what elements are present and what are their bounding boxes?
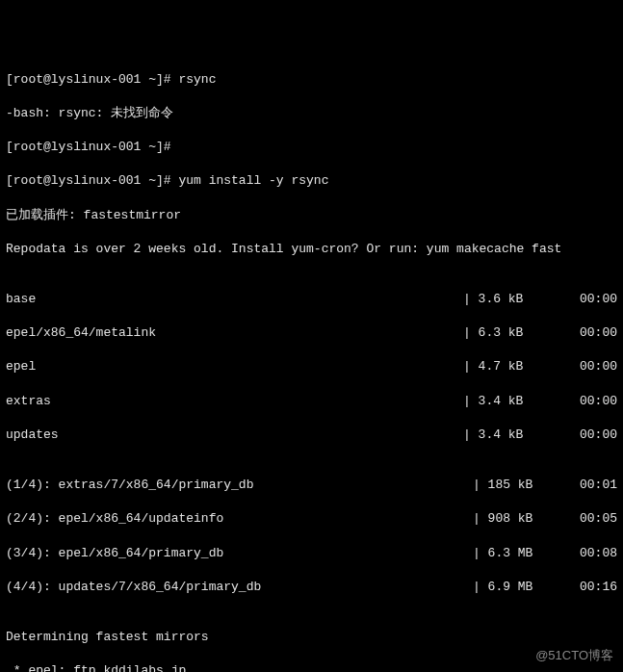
repo-name: base xyxy=(6,291,463,308)
dl-name: (1/4): extras/7/x86_64/primary_db xyxy=(6,477,473,494)
loaded-plugins: 已加载插件: fastestmirror xyxy=(6,207,617,224)
repo-time: 00:00 xyxy=(559,426,617,444)
repo-time: 00:00 xyxy=(559,358,617,375)
dl-name: (3/4): epel/x86_64/primary_db xyxy=(6,545,473,562)
repo-time: 00:00 xyxy=(559,393,617,410)
repo-size: | 3.6 kB xyxy=(463,291,559,308)
dl-name: (2/4): epel/x86_64/updateinfo xyxy=(6,510,473,528)
repo-time: 00:00 xyxy=(559,291,617,308)
download-row: (4/4): updates/7/x86_64/primary_db| 6.9 … xyxy=(6,579,617,596)
repo-row: epel/x86_64/metalink| 6.3 kB00:00 xyxy=(6,324,617,342)
repo-size: | 3.4 kB xyxy=(463,393,559,410)
determining-mirrors: Determining fastest mirrors xyxy=(6,629,617,646)
shell-prompt-1: [root@lyslinux-001 ~]# rsync xyxy=(6,71,617,89)
repo-name: updates xyxy=(6,426,463,444)
dl-size: | 185 kB xyxy=(473,477,559,494)
dl-time: 00:05 xyxy=(559,510,617,528)
download-row: (1/4): extras/7/x86_64/primary_db| 185 k… xyxy=(6,477,617,494)
dl-time: 00:08 xyxy=(559,545,617,562)
epel-mirror: * epel: ftp.kddilabs.jp xyxy=(6,662,617,672)
repo-row: base| 3.6 kB00:00 xyxy=(6,291,617,308)
shell-prompt-3: [root@lyslinux-001 ~]# yum install -y rs… xyxy=(6,172,617,190)
dl-size: | 6.3 MB xyxy=(473,545,559,562)
repo-size: | 4.7 kB xyxy=(463,358,559,375)
dl-size: | 908 kB xyxy=(473,510,559,528)
dl-name: (4/4): updates/7/x86_64/primary_db xyxy=(6,579,473,596)
repo-name: epel/x86_64/metalink xyxy=(6,324,463,342)
dl-time: 00:01 xyxy=(559,477,617,494)
download-row: (2/4): epel/x86_64/updateinfo| 908 kB00:… xyxy=(6,510,617,528)
repo-size: | 6.3 kB xyxy=(463,324,559,342)
repodata-warning: Repodata is over 2 weeks old. Install yu… xyxy=(6,241,617,258)
watermark: @51CTO博客 xyxy=(535,647,613,664)
repo-name: extras xyxy=(6,393,463,410)
repo-time: 00:00 xyxy=(559,324,617,342)
dl-size: | 6.9 MB xyxy=(473,579,559,596)
repo-row: epel| 4.7 kB00:00 xyxy=(6,358,617,375)
repo-row: extras| 3.4 kB00:00 xyxy=(6,393,617,410)
bash-error: -bash: rsync: 未找到命令 xyxy=(6,105,617,122)
repo-name: epel xyxy=(6,358,463,375)
download-row: (3/4): epel/x86_64/primary_db| 6.3 MB00:… xyxy=(6,545,617,562)
shell-prompt-2: [root@lyslinux-001 ~]# xyxy=(6,139,617,156)
dl-time: 00:16 xyxy=(559,579,617,596)
repo-size: | 3.4 kB xyxy=(463,426,559,444)
repo-row: updates| 3.4 kB00:00 xyxy=(6,426,617,444)
